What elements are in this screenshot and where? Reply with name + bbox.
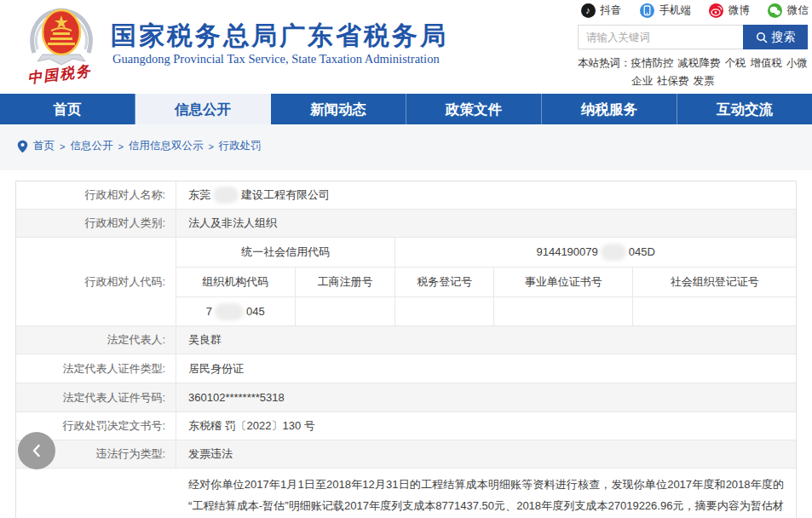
hot-word-link[interactable]: 减税降费 — [678, 57, 721, 69]
carousel-prev-button[interactable] — [18, 432, 55, 469]
hot-word-link[interactable]: 个税 — [725, 57, 746, 69]
hot-words: 本站热词：疫情防控减税降费个税增值税小微企业社保费发票 — [578, 55, 811, 90]
empty-cell — [296, 297, 396, 326]
row-label: 行政相对人名称: — [16, 181, 176, 209]
hot-word-link[interactable]: 社保费 — [657, 75, 689, 87]
row-label: 法定代表人: — [16, 326, 176, 354]
table-row-category: 行政相对人类别: 法人及非法人组织 — [16, 210, 796, 238]
org-code-value: 7 045 — [176, 297, 296, 326]
empty-cell — [395, 297, 494, 326]
row-value: 发票违法 — [176, 440, 796, 468]
company-name-prefix: 东莞 — [188, 187, 210, 203]
row-value: 统一社会信用代码 9144190079 045D 组织机构代码 工商注册号 税务… — [176, 238, 796, 325]
credit-code-label: 统一社会信用代码 — [176, 238, 395, 267]
nav-item-home[interactable]: 首页 — [0, 94, 135, 124]
wechat-icon — [768, 3, 782, 18]
social-weibo-label: 微博 — [728, 3, 750, 18]
search-bar: 搜索 — [578, 25, 808, 49]
table-row-legal-rep: 法定代表人: 吴良群 — [16, 326, 796, 354]
table-row-name: 行政相对人名称: 东莞 建设工程有限公司 — [16, 181, 796, 210]
org-code-suffix: 045 — [246, 305, 265, 318]
content-area: 行政相对人名称: 东莞 建设工程有限公司 行政相对人类别: 法人及非法人组织 行… — [0, 170, 812, 518]
page-subtitle: Guangdong Provincial Tax Service, State … — [112, 52, 440, 66]
hot-words-label: 本站热词： — [578, 57, 631, 69]
breadcrumb-separator: > — [118, 141, 123, 152]
credit-code-row: 统一社会信用代码 9144190079 045D — [176, 238, 796, 268]
row-label: 法定代表人证件类型: — [16, 354, 176, 383]
breadcrumb-admin-penalty[interactable]: 行政处罚 — [219, 139, 262, 153]
table-row-violation-type: 违法行为类型: 发票违法 — [16, 440, 796, 469]
nav-item-tax-service[interactable]: 纳税服务 — [542, 94, 677, 124]
row-value: 吴良群 — [176, 326, 796, 354]
row-value: 法人及非法人组织 — [176, 210, 796, 237]
row-value: 居民身份证 — [176, 354, 796, 383]
search-icon — [756, 32, 768, 43]
empty-cell — [633, 297, 795, 326]
org-code-prefix: 7 — [206, 305, 212, 318]
table-row-id-type: 法定代表人证件类型: 居民身份证 — [16, 354, 796, 383]
row-label: 法定代表人证件号码: — [16, 383, 176, 412]
location-pin-icon — [17, 140, 28, 153]
breadcrumb-home[interactable]: 首页 — [33, 139, 55, 153]
breadcrumb-separator: > — [60, 141, 65, 152]
redaction-blur — [213, 187, 239, 204]
search-input[interactable] — [578, 25, 743, 49]
site-header: 中国税务 国家税务总局广东省税务局 Guangdong Provincial T… — [0, 0, 812, 94]
case-detail-text: 经对你单位2017年1月1日至2018年12月31日的工程结算成本明细账等资料进… — [176, 469, 796, 518]
column-header: 组织机构代码 — [176, 268, 296, 296]
main-nav: 首页 信息公开 新闻动态 政策文件 纳税服务 互动交流 — [0, 94, 812, 124]
credit-code-prefix: 9144190079 — [536, 245, 597, 258]
table-row-doc-number: 行政处罚决定文书号: 东税稽 罚〔2022〕130 号 — [16, 412, 796, 440]
credit-code-value: 9144190079 045D — [395, 238, 796, 267]
douyin-icon: ♪ — [581, 3, 596, 18]
row-value: 360102********5318 — [176, 383, 796, 412]
redaction-blur — [601, 244, 626, 261]
social-mobile[interactable]: 手机端 — [640, 3, 692, 18]
hot-word-link[interactable]: 增值税 — [751, 57, 783, 69]
chevron-left-icon — [29, 442, 44, 459]
table-row-id-number: 法定代表人证件号码: 360102********5318 — [16, 383, 796, 412]
mobile-icon — [640, 3, 654, 18]
nav-item-news[interactable]: 新闻动态 — [271, 94, 406, 124]
row-label: 行政相对人类别: — [16, 210, 176, 237]
social-mobile-label: 手机端 — [659, 3, 692, 18]
penalty-detail-table: 行政相对人名称: 东莞 建设工程有限公司 行政相对人类别: 法人及非法人组织 行… — [15, 181, 797, 518]
search-button-label: 搜索 — [772, 30, 796, 45]
breadcrumb-separator: > — [208, 141, 213, 152]
social-douyin-label: 抖音 — [601, 3, 622, 18]
breadcrumb-band: 首页 > 信息公开 > 信用信息双公示 > 行政处罚 — [0, 124, 812, 170]
row-value: 东莞 建设工程有限公司 — [176, 181, 796, 209]
column-header: 社会组织登记证号 — [633, 268, 795, 296]
weibo-icon — [709, 3, 723, 18]
column-header: 事业单位证书号 — [494, 268, 634, 296]
page-title: 国家税务总局广东省税务局 — [111, 19, 448, 54]
empty-cell — [494, 297, 634, 326]
breadcrumb-credit-publicity[interactable]: 信用信息双公示 — [129, 139, 204, 153]
code-headers-row: 组织机构代码 工商注册号 税务登记号 事业单位证书号 社会组织登记证号 — [176, 268, 796, 297]
code-values-row: 7 045 — [176, 297, 796, 326]
row-label: 行政相对人代码: — [16, 238, 176, 325]
table-row-case-detail: 经对你单位2017年1月1日至2018年12月31日的工程结算成本明细账等资料进… — [16, 469, 796, 518]
social-wechat[interactable]: 微信 — [768, 3, 809, 18]
social-wechat-label: 微信 — [787, 3, 809, 18]
nav-item-info-disclosure[interactable]: 信息公开 — [135, 94, 271, 124]
column-header: 税务登记号 — [395, 268, 494, 296]
row-value: 东税稽 罚〔2022〕130 号 — [176, 412, 796, 440]
column-header: 工商注册号 — [296, 268, 396, 296]
social-weibo[interactable]: 微博 — [709, 3, 750, 18]
national-emblem-logo — [20, 5, 102, 66]
hot-word-link[interactable]: 疫情防控 — [631, 57, 674, 69]
credit-code-suffix: 045D — [629, 245, 655, 258]
social-douyin[interactable]: ♪ 抖音 — [581, 3, 622, 18]
breadcrumb: 首页 > 信息公开 > 信用信息双公示 > 行政处罚 — [17, 139, 262, 153]
company-name-suffix: 建设工程有限公司 — [241, 187, 330, 203]
nav-item-interaction[interactable]: 互动交流 — [677, 94, 812, 124]
breadcrumb-info-disclosure[interactable]: 信息公开 — [70, 139, 112, 153]
codes-nested-table: 统一社会信用代码 9144190079 045D 组织机构代码 工商注册号 税务… — [176, 238, 796, 326]
redaction-blur — [215, 303, 244, 320]
hot-word-link[interactable]: 发票 — [694, 75, 715, 87]
social-links: ♪ 抖音 手机端 微博 微信 — [581, 3, 809, 18]
table-row-codes: 行政相对人代码: 统一社会信用代码 9144190079 045D 组织机构代码… — [16, 238, 796, 326]
nav-item-policy[interactable]: 政策文件 — [406, 94, 542, 124]
search-button[interactable]: 搜索 — [743, 25, 808, 49]
